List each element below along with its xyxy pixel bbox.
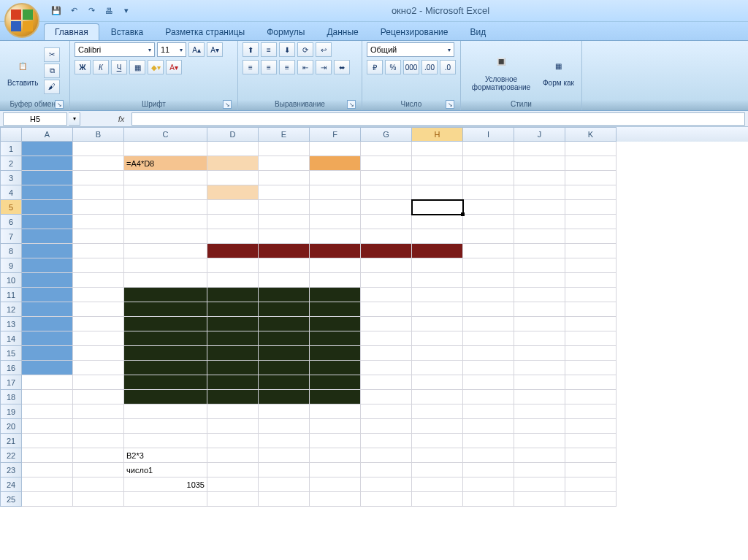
cell-G7[interactable]: [361, 229, 412, 244]
row-header-21[interactable]: 21: [0, 434, 22, 448]
tab-view[interactable]: Вид: [459, 24, 496, 40]
bold-button[interactable]: Ж: [75, 60, 91, 74]
cell-I16[interactable]: [463, 361, 514, 375]
cell-B9[interactable]: [73, 258, 124, 273]
cell-A19[interactable]: [22, 404, 73, 419]
cell-K21[interactable]: [565, 434, 617, 448]
wrap-text-icon[interactable]: ↩: [316, 42, 332, 57]
cell-D7[interactable]: [207, 229, 259, 244]
cell-B21[interactable]: [73, 434, 124, 448]
cell-K2[interactable]: [565, 156, 617, 171]
cell-C9[interactable]: [124, 258, 207, 273]
font-launcher[interactable]: ↘: [223, 100, 232, 109]
cell-F17[interactable]: [310, 375, 361, 390]
cell-G17[interactable]: [361, 375, 412, 390]
cell-A10[interactable]: [22, 273, 73, 288]
cell-G15[interactable]: [361, 346, 412, 361]
cell-C20[interactable]: [124, 419, 207, 434]
cell-B20[interactable]: [73, 419, 124, 434]
cell-G9[interactable]: [361, 258, 412, 273]
cell-G18[interactable]: [361, 390, 412, 404]
cell-I15[interactable]: [463, 346, 514, 361]
undo-icon[interactable]: ↶: [67, 4, 80, 18]
cell-A1[interactable]: [22, 142, 73, 156]
cell-K19[interactable]: [565, 404, 617, 419]
cell-F20[interactable]: [310, 419, 361, 434]
cell-A16[interactable]: [22, 361, 73, 375]
cell-F4[interactable]: [310, 185, 361, 200]
cell-B2[interactable]: [73, 156, 124, 171]
cell-H10[interactable]: [412, 273, 463, 288]
cell-J4[interactable]: [514, 185, 565, 200]
cell-I24[interactable]: [463, 477, 514, 492]
tab-insert[interactable]: Вставка: [101, 24, 154, 40]
cell-I13[interactable]: [463, 317, 514, 331]
cell-F12[interactable]: [310, 302, 361, 317]
cell-E9[interactable]: [259, 258, 310, 273]
grow-font-icon[interactable]: A▴: [188, 42, 205, 57]
cell-G19[interactable]: [361, 404, 412, 419]
row-header-19[interactable]: 19: [0, 404, 22, 419]
col-header-B[interactable]: B: [73, 127, 124, 142]
cell-C15[interactable]: [124, 346, 207, 361]
cell-E14[interactable]: [259, 331, 310, 346]
row-header-6[interactable]: 6: [0, 215, 22, 229]
cell-A22[interactable]: [22, 448, 73, 463]
cell-C5[interactable]: [124, 200, 207, 215]
cell-J10[interactable]: [514, 273, 565, 288]
cell-E19[interactable]: [259, 404, 310, 419]
format-painter-icon[interactable]: 🖌: [44, 80, 60, 94]
cell-J20[interactable]: [514, 419, 565, 434]
cell-H25[interactable]: [412, 492, 463, 507]
cell-A8[interactable]: [22, 244, 73, 258]
cell-D16[interactable]: [207, 361, 259, 375]
row-header-18[interactable]: 18: [0, 390, 22, 404]
row-header-4[interactable]: 4: [0, 185, 22, 200]
cell-E17[interactable]: [259, 375, 310, 390]
cell-E5[interactable]: [259, 200, 310, 215]
cell-I21[interactable]: [463, 434, 514, 448]
cell-D10[interactable]: [207, 273, 259, 288]
cell-G22[interactable]: [361, 448, 412, 463]
cell-C22[interactable]: B2*3: [124, 448, 207, 463]
cell-H24[interactable]: [412, 477, 463, 492]
cell-D2[interactable]: [207, 156, 259, 171]
cell-C16[interactable]: [124, 361, 207, 375]
cell-H16[interactable]: [412, 361, 463, 375]
cell-H7[interactable]: [412, 229, 463, 244]
cell-K3[interactable]: [565, 171, 617, 185]
cell-B7[interactable]: [73, 229, 124, 244]
row-header-2[interactable]: 2: [0, 156, 22, 171]
cell-K13[interactable]: [565, 317, 617, 331]
cell-C25[interactable]: [124, 492, 207, 507]
border-icon[interactable]: ▦: [129, 60, 145, 74]
col-header-H[interactable]: H: [412, 127, 463, 142]
cell-D17[interactable]: [207, 375, 259, 390]
cell-H18[interactable]: [412, 390, 463, 404]
cell-D4[interactable]: [207, 185, 259, 200]
cell-B17[interactable]: [73, 375, 124, 390]
cell-G4[interactable]: [361, 185, 412, 200]
cell-I17[interactable]: [463, 375, 514, 390]
cell-C8[interactable]: [124, 244, 207, 258]
redo-icon[interactable]: ↷: [85, 4, 98, 18]
cell-G25[interactable]: [361, 492, 412, 507]
cell-E2[interactable]: [259, 156, 310, 171]
cell-C23[interactable]: число1: [124, 463, 207, 477]
cell-K15[interactable]: [565, 346, 617, 361]
cell-F3[interactable]: [310, 171, 361, 185]
cell-G23[interactable]: [361, 463, 412, 477]
cell-E8[interactable]: [259, 244, 310, 258]
cell-G16[interactable]: [361, 361, 412, 375]
cell-G2[interactable]: [361, 156, 412, 171]
cell-K16[interactable]: [565, 361, 617, 375]
cell-B15[interactable]: [73, 346, 124, 361]
cell-E4[interactable]: [259, 185, 310, 200]
cell-C13[interactable]: [124, 317, 207, 331]
cell-J6[interactable]: [514, 215, 565, 229]
cell-D20[interactable]: [207, 419, 259, 434]
row-header-25[interactable]: 25: [0, 492, 22, 507]
cell-H8[interactable]: [412, 244, 463, 258]
cell-D11[interactable]: [207, 288, 259, 302]
cell-C10[interactable]: [124, 273, 207, 288]
